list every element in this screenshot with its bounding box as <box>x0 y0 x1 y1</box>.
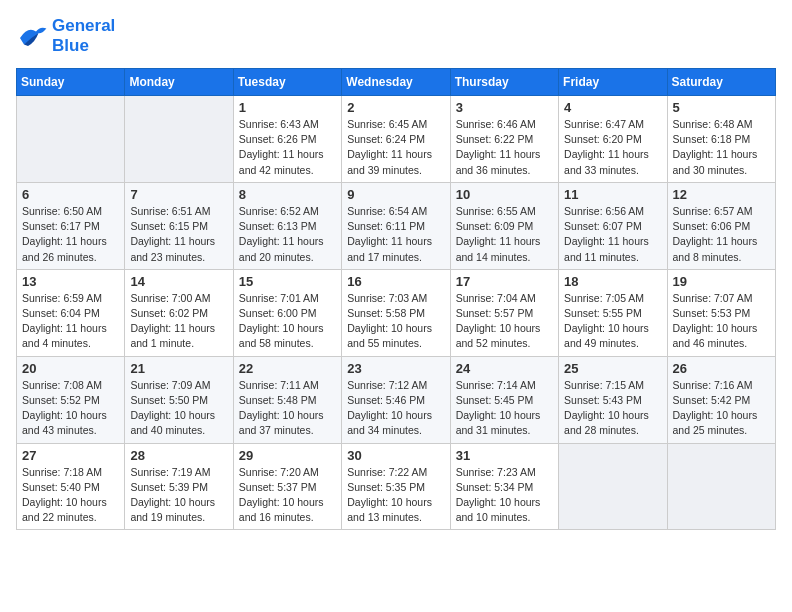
day-info: Sunrise: 7:20 AMSunset: 5:37 PMDaylight:… <box>239 465 336 526</box>
calendar-cell <box>559 443 667 530</box>
calendar-cell: 22Sunrise: 7:11 AMSunset: 5:48 PMDayligh… <box>233 356 341 443</box>
day-number: 18 <box>564 274 661 289</box>
day-number: 29 <box>239 448 336 463</box>
calendar-cell: 13Sunrise: 6:59 AMSunset: 6:04 PMDayligh… <box>17 269 125 356</box>
day-info: Sunrise: 7:03 AMSunset: 5:58 PMDaylight:… <box>347 291 444 352</box>
day-info: Sunrise: 7:14 AMSunset: 5:45 PMDaylight:… <box>456 378 553 439</box>
calendar-cell: 25Sunrise: 7:15 AMSunset: 5:43 PMDayligh… <box>559 356 667 443</box>
day-info: Sunrise: 7:04 AMSunset: 5:57 PMDaylight:… <box>456 291 553 352</box>
calendar-cell: 7Sunrise: 6:51 AMSunset: 6:15 PMDaylight… <box>125 182 233 269</box>
day-number: 11 <box>564 187 661 202</box>
day-info: Sunrise: 6:46 AMSunset: 6:22 PMDaylight:… <box>456 117 553 178</box>
day-info: Sunrise: 6:45 AMSunset: 6:24 PMDaylight:… <box>347 117 444 178</box>
day-info: Sunrise: 6:47 AMSunset: 6:20 PMDaylight:… <box>564 117 661 178</box>
day-number: 8 <box>239 187 336 202</box>
calendar-cell: 14Sunrise: 7:00 AMSunset: 6:02 PMDayligh… <box>125 269 233 356</box>
calendar-cell: 27Sunrise: 7:18 AMSunset: 5:40 PMDayligh… <box>17 443 125 530</box>
weekday-header-tuesday: Tuesday <box>233 69 341 96</box>
calendar-cell <box>667 443 775 530</box>
day-info: Sunrise: 6:57 AMSunset: 6:06 PMDaylight:… <box>673 204 770 265</box>
day-number: 28 <box>130 448 227 463</box>
calendar-cell: 19Sunrise: 7:07 AMSunset: 5:53 PMDayligh… <box>667 269 775 356</box>
calendar-cell: 2Sunrise: 6:45 AMSunset: 6:24 PMDaylight… <box>342 96 450 183</box>
day-number: 2 <box>347 100 444 115</box>
weekday-header-thursday: Thursday <box>450 69 558 96</box>
calendar-cell: 24Sunrise: 7:14 AMSunset: 5:45 PMDayligh… <box>450 356 558 443</box>
calendar-cell <box>17 96 125 183</box>
day-number: 16 <box>347 274 444 289</box>
day-number: 22 <box>239 361 336 376</box>
day-info: Sunrise: 6:43 AMSunset: 6:26 PMDaylight:… <box>239 117 336 178</box>
calendar-cell: 31Sunrise: 7:23 AMSunset: 5:34 PMDayligh… <box>450 443 558 530</box>
day-info: Sunrise: 7:05 AMSunset: 5:55 PMDaylight:… <box>564 291 661 352</box>
day-number: 23 <box>347 361 444 376</box>
calendar-cell: 26Sunrise: 7:16 AMSunset: 5:42 PMDayligh… <box>667 356 775 443</box>
day-info: Sunrise: 6:54 AMSunset: 6:11 PMDaylight:… <box>347 204 444 265</box>
day-number: 14 <box>130 274 227 289</box>
logo-text: General Blue <box>52 16 115 56</box>
calendar-cell: 11Sunrise: 6:56 AMSunset: 6:07 PMDayligh… <box>559 182 667 269</box>
calendar-cell: 12Sunrise: 6:57 AMSunset: 6:06 PMDayligh… <box>667 182 775 269</box>
day-number: 6 <box>22 187 119 202</box>
day-info: Sunrise: 7:07 AMSunset: 5:53 PMDaylight:… <box>673 291 770 352</box>
calendar-cell: 18Sunrise: 7:05 AMSunset: 5:55 PMDayligh… <box>559 269 667 356</box>
day-number: 1 <box>239 100 336 115</box>
day-info: Sunrise: 6:50 AMSunset: 6:17 PMDaylight:… <box>22 204 119 265</box>
day-info: Sunrise: 6:59 AMSunset: 6:04 PMDaylight:… <box>22 291 119 352</box>
day-number: 31 <box>456 448 553 463</box>
day-number: 10 <box>456 187 553 202</box>
calendar-cell: 9Sunrise: 6:54 AMSunset: 6:11 PMDaylight… <box>342 182 450 269</box>
calendar-cell: 6Sunrise: 6:50 AMSunset: 6:17 PMDaylight… <box>17 182 125 269</box>
day-number: 25 <box>564 361 661 376</box>
day-info: Sunrise: 7:16 AMSunset: 5:42 PMDaylight:… <box>673 378 770 439</box>
day-number: 19 <box>673 274 770 289</box>
day-info: Sunrise: 7:08 AMSunset: 5:52 PMDaylight:… <box>22 378 119 439</box>
logo: General Blue <box>16 16 115 56</box>
day-info: Sunrise: 7:01 AMSunset: 6:00 PMDaylight:… <box>239 291 336 352</box>
day-info: Sunrise: 7:11 AMSunset: 5:48 PMDaylight:… <box>239 378 336 439</box>
weekday-header-sunday: Sunday <box>17 69 125 96</box>
day-number: 13 <box>22 274 119 289</box>
calendar-cell: 10Sunrise: 6:55 AMSunset: 6:09 PMDayligh… <box>450 182 558 269</box>
day-info: Sunrise: 7:23 AMSunset: 5:34 PMDaylight:… <box>456 465 553 526</box>
weekday-header-monday: Monday <box>125 69 233 96</box>
day-number: 27 <box>22 448 119 463</box>
calendar-week-row: 27Sunrise: 7:18 AMSunset: 5:40 PMDayligh… <box>17 443 776 530</box>
page-header: General Blue <box>16 16 776 56</box>
calendar-cell: 16Sunrise: 7:03 AMSunset: 5:58 PMDayligh… <box>342 269 450 356</box>
calendar-cell: 29Sunrise: 7:20 AMSunset: 5:37 PMDayligh… <box>233 443 341 530</box>
day-number: 26 <box>673 361 770 376</box>
calendar-cell: 28Sunrise: 7:19 AMSunset: 5:39 PMDayligh… <box>125 443 233 530</box>
day-number: 9 <box>347 187 444 202</box>
day-number: 12 <box>673 187 770 202</box>
calendar-week-row: 20Sunrise: 7:08 AMSunset: 5:52 PMDayligh… <box>17 356 776 443</box>
day-info: Sunrise: 7:22 AMSunset: 5:35 PMDaylight:… <box>347 465 444 526</box>
day-number: 4 <box>564 100 661 115</box>
calendar-cell <box>125 96 233 183</box>
day-info: Sunrise: 7:00 AMSunset: 6:02 PMDaylight:… <box>130 291 227 352</box>
calendar-week-row: 13Sunrise: 6:59 AMSunset: 6:04 PMDayligh… <box>17 269 776 356</box>
day-info: Sunrise: 7:15 AMSunset: 5:43 PMDaylight:… <box>564 378 661 439</box>
day-number: 21 <box>130 361 227 376</box>
weekday-header-saturday: Saturday <box>667 69 775 96</box>
calendar-table: SundayMondayTuesdayWednesdayThursdayFrid… <box>16 68 776 530</box>
day-number: 7 <box>130 187 227 202</box>
day-number: 20 <box>22 361 119 376</box>
calendar-cell: 5Sunrise: 6:48 AMSunset: 6:18 PMDaylight… <box>667 96 775 183</box>
day-info: Sunrise: 6:51 AMSunset: 6:15 PMDaylight:… <box>130 204 227 265</box>
logo-icon <box>16 22 48 50</box>
day-number: 5 <box>673 100 770 115</box>
day-number: 15 <box>239 274 336 289</box>
calendar-cell: 30Sunrise: 7:22 AMSunset: 5:35 PMDayligh… <box>342 443 450 530</box>
calendar-cell: 8Sunrise: 6:52 AMSunset: 6:13 PMDaylight… <box>233 182 341 269</box>
day-number: 24 <box>456 361 553 376</box>
weekday-header-row: SundayMondayTuesdayWednesdayThursdayFrid… <box>17 69 776 96</box>
day-info: Sunrise: 6:48 AMSunset: 6:18 PMDaylight:… <box>673 117 770 178</box>
calendar-week-row: 1Sunrise: 6:43 AMSunset: 6:26 PMDaylight… <box>17 96 776 183</box>
day-info: Sunrise: 6:56 AMSunset: 6:07 PMDaylight:… <box>564 204 661 265</box>
day-info: Sunrise: 7:18 AMSunset: 5:40 PMDaylight:… <box>22 465 119 526</box>
calendar-cell: 4Sunrise: 6:47 AMSunset: 6:20 PMDaylight… <box>559 96 667 183</box>
day-info: Sunrise: 6:55 AMSunset: 6:09 PMDaylight:… <box>456 204 553 265</box>
weekday-header-friday: Friday <box>559 69 667 96</box>
calendar-cell: 15Sunrise: 7:01 AMSunset: 6:00 PMDayligh… <box>233 269 341 356</box>
